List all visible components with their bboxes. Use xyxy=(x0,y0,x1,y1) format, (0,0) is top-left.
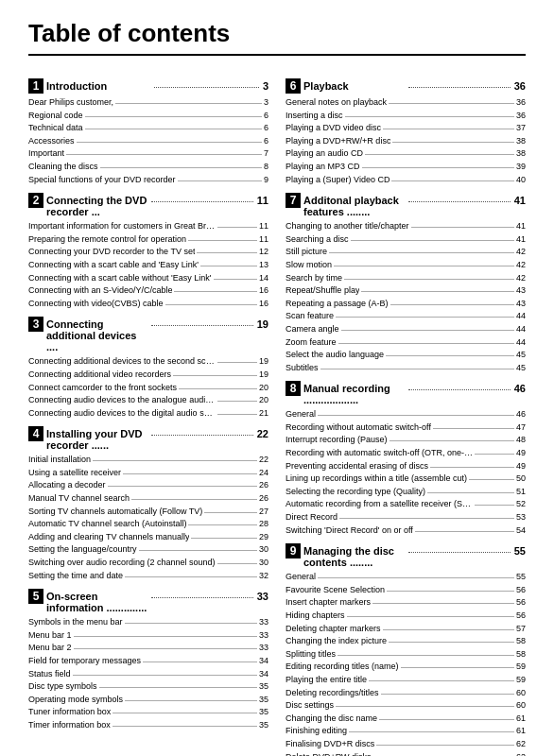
entry-label: Dear Philips customer, xyxy=(28,96,113,109)
toc-entry: Searching a disc41 xyxy=(286,233,526,246)
entry-page: 34 xyxy=(259,655,268,667)
section-header: 4Installing your DVD recorder ......22 xyxy=(28,426,268,451)
entry-dots xyxy=(361,291,514,292)
entry-dots xyxy=(386,355,514,356)
entry-dots xyxy=(318,415,514,416)
entry-dots xyxy=(197,252,257,253)
entry-label: Connecting audio devices to the digital … xyxy=(28,407,216,420)
toc-entry: Lining up recordings within a title (ass… xyxy=(286,472,526,485)
toc-entry: Cleaning the discs8 xyxy=(28,161,268,173)
entry-label: Switching over audio recording (2 channe… xyxy=(28,557,216,569)
entry-label: Disc settings xyxy=(286,699,334,712)
entry-dots xyxy=(113,726,257,727)
toc-entry: Tuner information box35 xyxy=(28,706,268,718)
entry-page: 57 xyxy=(516,623,526,635)
entry-label: Connecting additional devices to the sec… xyxy=(28,355,216,368)
section-title: Additonal playback features ........ xyxy=(303,195,405,217)
entry-page: 28 xyxy=(259,518,268,530)
toc-entry: Editing recording titles (name)59 xyxy=(286,661,526,673)
entry-label: Switching 'Direct Record' on or off xyxy=(286,524,413,537)
entry-dots xyxy=(174,291,257,292)
page: Table of contents 1Introduction3Dear Phi… xyxy=(0,0,554,756)
toc-entry: Recording without automatic switch-off47 xyxy=(286,421,526,434)
section-header: 5On-screen information ..............33 xyxy=(28,589,268,613)
toc-entry: Special functions of your DVD recorder9 xyxy=(28,174,268,186)
entry-label: Important information for customers in G… xyxy=(28,220,216,232)
entry-label: Status field xyxy=(28,668,71,680)
entry-label: Splitting titles xyxy=(286,648,336,661)
entry-page: 3 xyxy=(264,96,268,109)
entry-dots xyxy=(365,154,514,155)
toc-entry: Changing the index picture58 xyxy=(286,635,526,647)
entry-label: Connecting additional video recorders xyxy=(28,369,171,381)
section-dots xyxy=(151,325,252,326)
entry-page: 47 xyxy=(516,421,526,434)
toc-body: 1Introduction3Dear Philips customer,3Reg… xyxy=(28,71,526,756)
section-page: 41 xyxy=(514,195,526,206)
entry-page: 35 xyxy=(259,719,268,731)
entry-label: Select the audio language xyxy=(286,349,384,361)
toc-entry: Hiding chapters56 xyxy=(286,610,526,622)
entry-page: 29 xyxy=(259,531,268,543)
toc-entry: Playing an audio CD38 xyxy=(286,147,526,160)
section-num: 5 xyxy=(28,589,43,604)
entry-label: Sorting TV channels automatically (Follo… xyxy=(28,506,202,518)
entry-label: Recording with automatic switch-off (OTR… xyxy=(286,447,473,459)
entry-label: Recording without automatic switch-off xyxy=(286,421,431,434)
entry-page: 51 xyxy=(516,486,526,498)
entry-page: 21 xyxy=(259,407,268,420)
entry-label: Slow motion xyxy=(286,259,332,271)
entry-page: 50 xyxy=(516,472,526,485)
entry-page: 32 xyxy=(259,570,268,582)
entry-label: Field for temporary messages xyxy=(28,655,141,667)
toc-entry: Repeat/Shuffle play43 xyxy=(286,284,526,297)
toc-entry: Setting the time and date32 xyxy=(28,570,268,582)
entry-page: 35 xyxy=(259,706,268,718)
entry-label: Insert chapter markers xyxy=(286,596,371,609)
entry-page: 58 xyxy=(516,648,526,661)
toc-entry: Preventing accidental erasing of discs49 xyxy=(286,460,526,472)
section-header: 8Manual recording ...................46 xyxy=(286,381,526,405)
entry-dots xyxy=(336,706,514,707)
entry-dots xyxy=(391,180,514,181)
toc-entry: Changing the disc name61 xyxy=(286,713,526,725)
toc-entry: Technical data6 xyxy=(28,122,268,134)
entry-dots xyxy=(85,129,262,129)
section-dots xyxy=(151,201,252,202)
entry-label: Lining up recordings within a title (ass… xyxy=(286,472,467,485)
entry-page: 62 xyxy=(516,751,526,756)
entry-label: Operating mode symbols xyxy=(28,694,123,706)
entry-dots xyxy=(401,667,514,668)
entry-page: 26 xyxy=(259,492,268,505)
entry-dots xyxy=(469,479,514,480)
toc-entry: Playing the entire title59 xyxy=(286,674,526,686)
entry-page: 22 xyxy=(259,454,268,466)
section-header: 6Playback36 xyxy=(286,78,526,94)
entry-page: 19 xyxy=(259,355,268,368)
entry-label: Connecting your DVD recorder to the TV s… xyxy=(28,246,195,258)
entry-dots xyxy=(392,142,514,143)
entry-page: 30 xyxy=(259,557,268,569)
entry-dots xyxy=(217,563,257,564)
entry-label: Manual TV channel search xyxy=(28,492,130,505)
entry-dots xyxy=(334,266,514,266)
section-dots xyxy=(408,87,510,88)
entry-label: Playing a DVD+RW/+R disc xyxy=(286,135,390,147)
entry-dots xyxy=(381,694,514,695)
toc-entry: Adding and clearing TV channels manually… xyxy=(28,531,268,543)
entry-dots xyxy=(139,550,257,551)
toc-entry: Recording with automatic switch-off (OTR… xyxy=(286,447,526,459)
section-title: Managing the disc contents ........ xyxy=(303,545,405,568)
entry-page: 16 xyxy=(259,298,268,310)
entry-label: Zoom feature xyxy=(286,336,337,349)
entry-dots xyxy=(383,629,514,630)
entry-label: Symbols in the menu bar xyxy=(28,616,123,628)
entry-label: Special functions of your DVD recorder xyxy=(28,174,176,186)
toc-entry: Allocating a decoder26 xyxy=(28,479,268,491)
toc-entry: Timer information box35 xyxy=(28,719,268,731)
toc-entry: Slow motion42 xyxy=(286,259,526,271)
section-title: Manual recording ................... xyxy=(303,383,405,405)
entry-dots xyxy=(200,266,257,266)
entry-label: Playing an MP3 CD xyxy=(286,161,360,173)
toc-entry: Connecting with a scart cable without 'E… xyxy=(28,272,268,284)
